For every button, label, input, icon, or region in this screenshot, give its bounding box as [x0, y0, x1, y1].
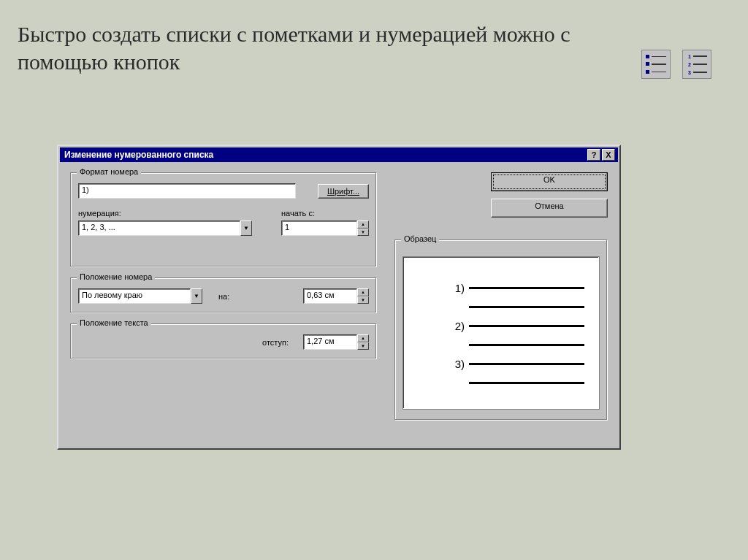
- font-button[interactable]: Шрифт...: [318, 184, 369, 199]
- indent-input[interactable]: 1,27 см: [303, 334, 357, 350]
- preview-canvas: 1) x 2) x 3) x: [402, 256, 600, 410]
- number-position-group: Положение номера По левому краю ▼ на: 0,…: [70, 277, 377, 313]
- alignment-select[interactable]: По левому краю: [78, 288, 191, 304]
- numbered-list-row: 1: [687, 54, 707, 58]
- format-group: Формат номера 1) Шрифт... нумерация: 1, …: [70, 172, 377, 267]
- ok-button[interactable]: OK: [491, 172, 608, 191]
- bullet-list-row: [646, 62, 666, 66]
- bullet-list-button[interactable]: [641, 50, 671, 79]
- page-title: Быстро создать списки с пометками и нуме…: [18, 20, 624, 75]
- chevron-down-icon[interactable]: ▼: [191, 288, 202, 304]
- format-group-label: Формат номера: [77, 167, 141, 176]
- numeration-label: нумерация:: [78, 209, 252, 218]
- format-input[interactable]: 1): [78, 183, 296, 199]
- preview-group: Образец 1) x 2) x 3) x: [394, 239, 608, 421]
- preview-number: 1): [447, 282, 465, 294]
- preview-number: 2): [447, 320, 465, 332]
- numbered-list-row: 2: [687, 62, 707, 66]
- numbered-list-row: 3: [687, 70, 707, 74]
- dialog-title: Изменение нумерованного списка: [64, 150, 213, 160]
- bullet-list-row: [646, 55, 666, 58]
- numbered-list-button[interactable]: 1 2 3: [682, 50, 711, 79]
- text-position-group-label: Положение текста: [77, 318, 151, 327]
- numeration-select[interactable]: 1, 2, 3, ...: [78, 220, 240, 236]
- close-button[interactable]: X: [602, 149, 615, 161]
- help-button[interactable]: ?: [587, 149, 600, 161]
- chevron-down-icon[interactable]: ▼: [240, 220, 252, 236]
- at-label: на:: [218, 292, 229, 301]
- indent-label: отступ:: [262, 338, 289, 347]
- at-spinner[interactable]: ▲▼: [357, 288, 369, 304]
- preview-number: 3): [447, 358, 465, 370]
- indent-spinner[interactable]: ▲▼: [357, 334, 369, 350]
- text-position-group: Положение текста отступ: 1,27 см ▲▼: [70, 323, 377, 359]
- numbered-list-dialog: Изменение нумерованного списка ? X Форма…: [57, 145, 621, 450]
- bullet-list-row: [646, 70, 666, 74]
- start-at-label: начать с:: [281, 209, 369, 218]
- dialog-titlebar: Изменение нумерованного списка ? X: [60, 147, 618, 162]
- preview-group-label: Образец: [401, 234, 439, 243]
- number-position-group-label: Положение номера: [77, 272, 155, 281]
- start-at-input[interactable]: 1: [281, 220, 357, 236]
- cancel-button[interactable]: Отмена: [491, 199, 608, 218]
- start-at-spinner[interactable]: ▲▼: [357, 220, 369, 236]
- at-input[interactable]: 0,63 см: [303, 288, 357, 304]
